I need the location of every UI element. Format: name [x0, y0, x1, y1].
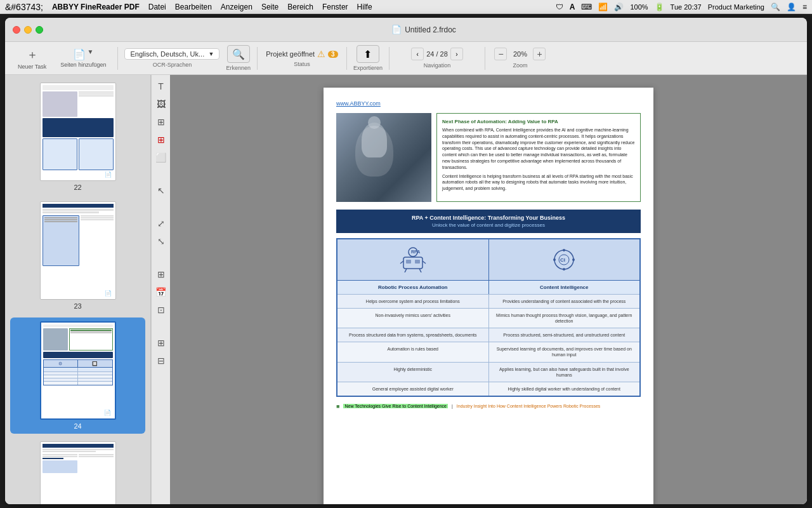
user-icon[interactable]: 👤	[787, 3, 796, 11]
article-text-1: When combined with RPA, Content Intellig…	[442, 127, 635, 171]
menu-datei[interactable]: Datei	[148, 3, 166, 11]
app-name[interactable]: ABBYY FineReader PDF	[52, 3, 140, 11]
table-cell-1-2: Provides understanding of content associ…	[489, 295, 640, 308]
table-title-row: Robotic Process Automation Content Intel…	[337, 280, 639, 294]
page-indicator: 24 / 28	[426, 50, 448, 58]
table-cell-3-2: Process structured, semi-structured, and…	[489, 328, 640, 342]
text-tool-button[interactable]: T	[154, 79, 169, 94]
svg-point-16	[553, 258, 556, 261]
document-page: www.ABBYY.com Next Phase of Automation: …	[324, 88, 653, 504]
thumbnail-22[interactable]: 📄 22	[10, 80, 145, 194]
app-window: 📄 Untitled 2.frdoc ＋ Neuer Task 📄▼ Seite…	[5, 18, 807, 504]
table-row: Non-invasively mimics users' activities …	[337, 308, 639, 328]
grid-tool-1-button[interactable]: ⊞	[154, 267, 169, 282]
table-cell-1-1: Helps overcome system and process limita…	[337, 295, 489, 308]
thumb-page-icon-23: 📄	[103, 290, 114, 297]
recognize-button[interactable]: 🔍	[227, 45, 250, 63]
banner-title: RPA + Content Intelligence: Transforming…	[341, 215, 636, 221]
thumb-img-25: 📄	[40, 441, 116, 504]
status-label: Status	[294, 61, 310, 67]
table-cell-4-2: Supervised learning of documents, and im…	[489, 342, 640, 361]
footer-icon: ■	[336, 403, 339, 410]
thumb-label-22: 22	[74, 184, 81, 191]
table-row: Helps overcome system and process limita…	[337, 294, 639, 308]
article-title: Next Phase of Automation: Adding Value t…	[442, 119, 635, 124]
traffic-lights	[13, 26, 43, 34]
svg-rect-3	[406, 260, 411, 264]
table-cell-5-1: Highly deterministic	[337, 363, 489, 382]
calendar-tool-button[interactable]: 📅	[154, 284, 169, 300]
svg-rect-4	[415, 260, 420, 264]
document-title: Untitled 2.frdoc	[405, 25, 456, 34]
expand-tool-button[interactable]: ⤢	[154, 216, 169, 231]
add-pages-button[interactable]: 📄▼ Seiten hinzufügen	[55, 46, 111, 70]
apple-menu[interactable]: &#63743;	[5, 2, 43, 12]
rpa-icon: RPA	[397, 247, 429, 272]
table-tool-button[interactable]: ⊞	[154, 114, 169, 130]
menu-hilfe[interactable]: Hilfe	[357, 3, 372, 11]
volume-icon: 🔊	[614, 3, 624, 11]
article-image	[336, 113, 431, 202]
table-cell-3-1: Process structured data from systems, sp…	[337, 328, 489, 342]
thumbnail-23[interactable]: 📄 23	[10, 199, 145, 312]
menu-bearbeiten[interactable]: Bearbeiten	[175, 3, 212, 11]
image-tool-button[interactable]: 🖼	[154, 97, 169, 112]
menu-fenster[interactable]: Fenster	[322, 3, 348, 11]
minimize-button[interactable]	[24, 26, 32, 34]
adjust-tool-button[interactable]: ⊡	[154, 302, 169, 318]
separator-4	[389, 47, 390, 70]
svg-point-13	[563, 249, 565, 251]
titlebar: 📄 Untitled 2.frdoc	[5, 18, 807, 42]
thumb-img-23: 📄	[40, 201, 116, 300]
grid-tool-3-button[interactable]: ⊟	[154, 353, 169, 368]
ocr-language-dropdown[interactable]: Englisch, Deutsch, Uk... ▼	[124, 48, 219, 60]
menu-seite[interactable]: Seite	[261, 3, 278, 11]
user-profile[interactable]: Product Marketing	[708, 3, 764, 11]
svg-line-8	[419, 269, 421, 272]
zoom-label: Zoom	[513, 62, 527, 69]
header-tool-button[interactable]: ⊞	[154, 132, 169, 147]
menubar: &#63743; ABBYY FineReader PDF Datei Bear…	[0, 0, 812, 14]
svg-text:RPA: RPA	[411, 250, 420, 254]
thumbnail-24[interactable]: ⚙ 🔲	[10, 318, 145, 434]
cursor-tool-button[interactable]: ↖	[154, 183, 169, 198]
rpa-icon-cell: RPA	[337, 239, 489, 280]
table-cell-4-1: Automation is rules based	[337, 342, 489, 361]
collapse-tool-button[interactable]: ⤡	[154, 234, 169, 249]
zoom-minus-button[interactable]: −	[494, 48, 507, 60]
menu-anzeigen[interactable]: Anzeigen	[221, 3, 252, 11]
new-task-button[interactable]: ＋ Neuer Task	[13, 44, 51, 72]
separator-3	[346, 47, 347, 70]
menu-bereich[interactable]: Bereich	[287, 3, 313, 11]
table-row: Highly deterministic Applies learning, b…	[337, 362, 639, 382]
svg-point-15	[563, 268, 565, 271]
table-cell-2-2: Mimics human thought process through vis…	[489, 309, 640, 328]
export-label: Exportieren	[353, 65, 383, 71]
export-button[interactable]: ⬆	[357, 45, 379, 63]
battery-icon: 🔋	[655, 3, 664, 11]
table-cell-5-2: Applies learning, but can also have safe…	[489, 363, 640, 382]
thumbnail-25[interactable]: 📄 25	[10, 439, 145, 504]
menu-icon[interactable]: ≡	[802, 3, 807, 11]
doc-icon: 📄	[391, 25, 402, 34]
dropdown-arrow-icon: ▼	[209, 51, 214, 57]
search-icon[interactable]: 🔍	[771, 3, 780, 11]
document-view[interactable]: www.ABBYY.com Next Phase of Automation: …	[170, 75, 807, 504]
abbyy-link[interactable]: www.ABBYY.com	[336, 100, 641, 107]
table-icon-row: RPA CI	[337, 239, 639, 280]
selection-tool-button[interactable]: ⬜	[154, 150, 169, 165]
svg-text:CI: CI	[560, 257, 565, 263]
zoom-plus-button[interactable]: +	[533, 48, 546, 60]
thumb-img-24: ⚙ 🔲	[40, 321, 116, 420]
prev-page-button[interactable]: ‹	[411, 48, 424, 60]
status-text: Projekt geöffnet	[266, 50, 315, 58]
maximize-button[interactable]	[36, 26, 43, 34]
main-area: 📄 22	[5, 75, 807, 504]
banner-subtitle: Unlock the value of content and digitize…	[341, 222, 636, 228]
navigation-label: Navigation	[424, 62, 451, 69]
add-pages-icon: 📄▼	[73, 48, 93, 60]
close-button[interactable]	[13, 26, 20, 34]
next-page-button[interactable]: ›	[450, 48, 463, 60]
page-thumbnails-sidebar: 📄 22	[5, 75, 151, 504]
grid-tool-2-button[interactable]: ⊞	[154, 335, 169, 351]
